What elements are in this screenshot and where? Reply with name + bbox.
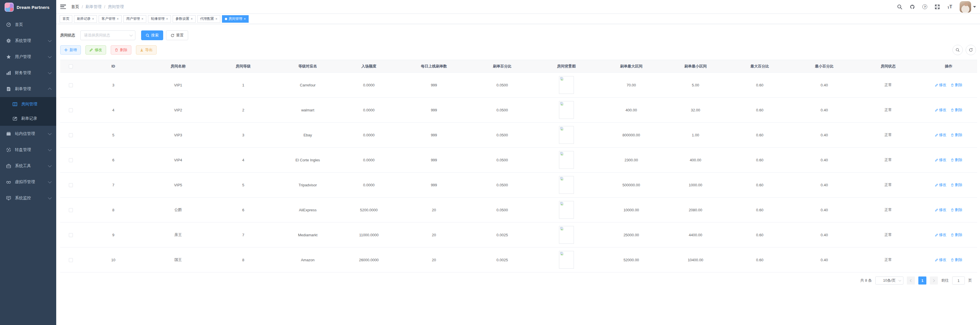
sidebar-item-home[interactable]: 首页 xyxy=(0,17,56,33)
room-background-image[interactable] xyxy=(559,76,574,94)
current-page-button[interactable]: 1 xyxy=(918,277,926,285)
row-delete-link[interactable]: 删除 xyxy=(951,182,962,187)
close-icon[interactable]: × xyxy=(117,17,119,21)
next-page-button[interactable] xyxy=(930,277,938,285)
row-checkbox[interactable] xyxy=(69,133,73,137)
row-edit-link[interactable]: 修改 xyxy=(935,182,947,187)
export-button[interactable]: 导出 xyxy=(136,45,157,54)
refresh-table-icon[interactable] xyxy=(966,45,976,55)
delete-button[interactable]: 删除 xyxy=(111,45,131,54)
cell-entry-quota: 0.0000 xyxy=(340,123,398,147)
room-background-image[interactable] xyxy=(559,201,574,219)
tab-carousel-management[interactable]: 轮播管理× xyxy=(148,15,171,23)
row-edit-link[interactable]: 修改 xyxy=(935,257,947,263)
column-header: 最大百分比 xyxy=(727,60,792,73)
row-edit-link[interactable]: 修改 xyxy=(935,207,947,213)
cell-max-percent: 0.60 xyxy=(727,223,792,248)
row-delete-link[interactable]: 删除 xyxy=(951,232,962,237)
user-avatar[interactable] xyxy=(959,1,971,13)
goto-page-input[interactable] xyxy=(952,277,965,285)
cell-max-range: 70.00 xyxy=(599,73,663,98)
cell-room-name: 国王 xyxy=(145,248,211,272)
table-header: ID 房间名称 房间等级 等级对应名 入场额度 每日上线刷单数 刷单百分比 房间… xyxy=(60,60,977,73)
row-delete-link[interactable]: 删除 xyxy=(951,132,962,138)
cell-room-name: VIP4 xyxy=(145,147,211,173)
row-checkbox[interactable] xyxy=(69,233,73,237)
sidebar-item-system-monitor[interactable]: 系统监控 xyxy=(0,190,56,206)
row-delete-link[interactable]: 删除 xyxy=(951,157,962,162)
breadcrumb-home[interactable]: 首页 xyxy=(71,4,79,10)
row-delete-link[interactable]: 删除 xyxy=(951,207,962,213)
cell-actions: 修改 删除 xyxy=(920,98,977,123)
row-checkbox[interactable] xyxy=(69,258,73,262)
row-edit-link[interactable]: 修改 xyxy=(935,157,947,162)
row-checkbox[interactable] xyxy=(69,208,73,212)
cell-min-percent: 0.40 xyxy=(792,223,856,248)
sidebar-submenu: 房间管理 刷单记录 xyxy=(0,97,56,126)
sidebar-item-site-messages[interactable]: 站内信管理 xyxy=(0,126,56,142)
search-button[interactable]: 搜索 xyxy=(141,30,163,40)
room-background-image[interactable] xyxy=(559,226,574,244)
row-edit-link[interactable]: 修改 xyxy=(935,132,947,138)
toggle-search-icon[interactable] xyxy=(953,45,963,55)
row-delete-link[interactable]: 删除 xyxy=(951,82,962,88)
room-status-placeholder: 请选择房间状态 xyxy=(84,33,110,38)
tab-agent-config[interactable]: 代理配置× xyxy=(197,15,220,23)
close-icon[interactable]: × xyxy=(166,17,168,21)
sidebar-item-room-management[interactable]: 房间管理 xyxy=(0,97,56,111)
tab-user-management[interactable]: 用户管理× xyxy=(123,15,146,23)
reset-button[interactable]: 重置 xyxy=(166,30,188,40)
sidebar-item-system-tools[interactable]: 系统工具 xyxy=(0,158,56,174)
prev-page-button[interactable] xyxy=(907,277,915,285)
room-background-image[interactable] xyxy=(559,151,574,169)
app-logo[interactable]: Dream Partners xyxy=(0,0,56,14)
tab-room-management[interactable]: 房间管理× xyxy=(222,15,249,23)
row-delete-link[interactable]: 删除 xyxy=(951,107,962,112)
font-size-icon[interactable]: TT xyxy=(947,4,952,10)
sidebar-collapse-icon[interactable] xyxy=(60,5,66,9)
row-edit-link[interactable]: 修改 xyxy=(935,82,947,88)
tab-home[interactable]: 首页 xyxy=(60,15,72,23)
user-menu[interactable] xyxy=(959,1,976,13)
close-icon[interactable]: × xyxy=(191,17,193,21)
close-icon[interactable]: × xyxy=(142,17,143,21)
help-icon[interactable]: ? xyxy=(922,4,927,9)
search-icon[interactable] xyxy=(897,4,902,10)
close-icon[interactable]: × xyxy=(244,17,246,21)
page-size-select[interactable]: 10条/页 xyxy=(875,277,904,285)
close-icon[interactable]: × xyxy=(92,17,94,21)
cell-daily-orders: 999 xyxy=(398,73,470,98)
tab-brush-records[interactable]: 刷单记录× xyxy=(74,15,97,23)
row-edit-link[interactable]: 修改 xyxy=(935,107,947,112)
sidebar-item-brush-records[interactable]: 刷单记录 xyxy=(0,111,56,126)
row-edit-link[interactable]: 修改 xyxy=(935,232,947,237)
cell-daily-orders: 999 xyxy=(398,123,470,147)
sidebar-item-label: 首页 xyxy=(15,22,23,27)
tab-customer-management[interactable]: 客户管理× xyxy=(99,15,122,23)
github-icon[interactable] xyxy=(910,4,915,10)
sidebar-item-finance[interactable]: 财务管理 xyxy=(0,65,56,81)
room-background-image[interactable] xyxy=(559,251,574,269)
select-all-checkbox[interactable] xyxy=(69,64,73,68)
sidebar-item-brush-orders[interactable]: 刷单管理 xyxy=(0,81,56,97)
row-checkbox[interactable] xyxy=(69,158,73,162)
row-delete-link[interactable]: 删除 xyxy=(951,257,962,263)
sidebar-item-wheel[interactable]: 转盘管理 xyxy=(0,142,56,158)
row-checkbox[interactable] xyxy=(69,183,73,187)
cell-entry-quota: 11000.0000 xyxy=(340,223,398,248)
row-checkbox[interactable] xyxy=(69,83,73,87)
row-checkbox[interactable] xyxy=(69,108,73,112)
sidebar-item-virtual-currency[interactable]: 虚拟币管理 xyxy=(0,174,56,190)
room-background-image[interactable] xyxy=(559,101,574,119)
sidebar-item-users[interactable]: 用户管理 xyxy=(0,49,56,65)
room-background-image[interactable] xyxy=(559,176,574,194)
add-button[interactable]: 新增 xyxy=(60,45,81,54)
cell-actions: 修改 删除 xyxy=(920,248,977,272)
tab-parameter-settings[interactable]: 参数设置× xyxy=(173,15,196,23)
room-background-image[interactable] xyxy=(559,126,574,144)
fullscreen-icon[interactable] xyxy=(935,4,940,10)
close-icon[interactable]: × xyxy=(215,17,217,21)
edit-button[interactable]: 修改 xyxy=(86,45,106,54)
sidebar-item-system[interactable]: 系统管理 xyxy=(0,33,56,49)
room-status-select[interactable]: 请选择房间状态 xyxy=(80,30,135,40)
